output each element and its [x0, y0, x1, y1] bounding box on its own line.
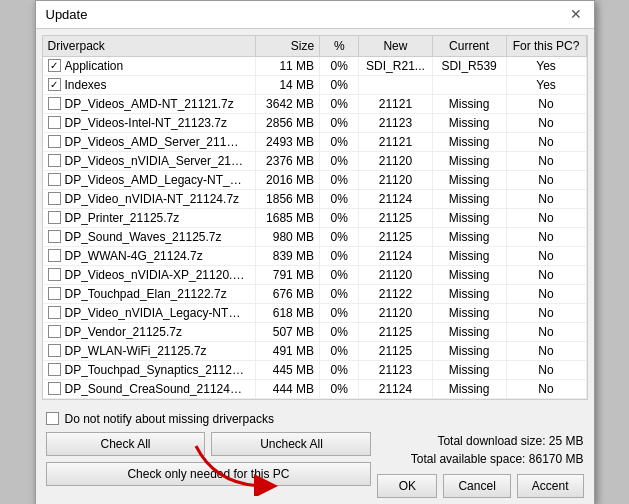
- col-header-current: Current: [432, 36, 506, 57]
- row-checkbox[interactable]: [48, 363, 61, 376]
- row-checkbox[interactable]: [48, 154, 61, 167]
- row-current: Missing: [432, 265, 506, 284]
- row-current: Missing: [432, 132, 506, 151]
- total-available-text: Total available space: 86170 MB: [411, 452, 584, 466]
- row-size: 791 MB: [256, 265, 320, 284]
- table-row: DP_Videos_AMD-NT_21121.7z3642 MB0%21121M…: [43, 94, 587, 113]
- row-pct: 0%: [320, 379, 359, 398]
- row-checkbox[interactable]: [48, 173, 61, 186]
- row-for_pc: Yes: [506, 75, 586, 94]
- table-row: DP_Videos_nVIDIA_Server_21120.7z2376 MB0…: [43, 151, 587, 170]
- row-name-cell: DP_Video_nVIDIA_Legacy-NT_21...: [43, 303, 256, 322]
- row-for_pc: No: [506, 379, 586, 398]
- check-needed-button[interactable]: Check only needed for this PC: [46, 462, 372, 486]
- row-for_pc: No: [506, 360, 586, 379]
- check-all-button[interactable]: Check All: [46, 432, 206, 456]
- row-checkbox[interactable]: [48, 230, 61, 243]
- row-checkbox[interactable]: [48, 97, 61, 110]
- row-size: 980 MB: [256, 227, 320, 246]
- row-new: 21122: [359, 284, 432, 303]
- row-name: DP_WWAN-4G_21124.7z: [65, 249, 203, 263]
- row-name: DP_Printer_21125.7z: [65, 211, 180, 225]
- row-pct: 0%: [320, 189, 359, 208]
- row-checkbox[interactable]: [48, 249, 61, 262]
- row-for_pc: No: [506, 208, 586, 227]
- table-row: DP_WWAN-4G_21124.7z839 MB0%21124MissingN…: [43, 246, 587, 265]
- row-checkbox[interactable]: [48, 287, 61, 300]
- update-dialog: Update ✕ Driverpack Size % New Current F…: [35, 0, 595, 504]
- row-new: 21125: [359, 341, 432, 360]
- ok-button[interactable]: OK: [377, 474, 437, 498]
- row-for_pc: No: [506, 227, 586, 246]
- row-size: 2856 MB: [256, 113, 320, 132]
- table-row: DP_Touchpad_Elan_21122.7z676 MB0%21122Mi…: [43, 284, 587, 303]
- row-new: 21121: [359, 94, 432, 113]
- row-name-cell: DP_Videos_nVIDIA_Server_21120.7z: [43, 151, 256, 170]
- row-name-cell: DP_WLAN-WiFi_21125.7z: [43, 341, 256, 360]
- row-name-cell: DP_WWAN-4G_21124.7z: [43, 246, 256, 265]
- row-new: 21125: [359, 227, 432, 246]
- row-pct: 0%: [320, 284, 359, 303]
- accent-button[interactable]: Accent: [517, 474, 584, 498]
- row-for_pc: No: [506, 151, 586, 170]
- notify-checkbox[interactable]: [46, 412, 59, 425]
- total-download-text: Total download size: 25 MB: [437, 434, 583, 448]
- row-current: Missing: [432, 113, 506, 132]
- row-size: 11 MB: [256, 56, 320, 75]
- row-name: DP_Sound_Waves_21125.7z: [65, 230, 222, 244]
- row-name-cell: DP_Touchpad_Elan_21122.7z: [43, 284, 256, 303]
- row-size: 2016 MB: [256, 170, 320, 189]
- row-current: Missing: [432, 322, 506, 341]
- driverpack-table-container: Driverpack Size % New Current For this P…: [42, 35, 588, 400]
- row-checkbox[interactable]: [48, 211, 61, 224]
- check-uncheck-row: Check All Uncheck All: [46, 432, 372, 456]
- notify-label: Do not notify about missing driverpacks: [65, 412, 274, 426]
- row-checkbox[interactable]: [48, 325, 61, 338]
- row-current: Missing: [432, 379, 506, 398]
- row-new: 21124: [359, 189, 432, 208]
- uncheck-all-button[interactable]: Uncheck All: [211, 432, 371, 456]
- row-new: SDI_R21...: [359, 56, 432, 75]
- row-checkbox[interactable]: [48, 268, 61, 281]
- row-checkbox[interactable]: [48, 382, 61, 395]
- row-current: Missing: [432, 341, 506, 360]
- row-checkbox[interactable]: [48, 59, 61, 72]
- row-name: DP_Vendor_21125.7z: [65, 325, 182, 339]
- row-pct: 0%: [320, 360, 359, 379]
- row-size: 444 MB: [256, 379, 320, 398]
- row-name: Indexes: [65, 78, 107, 92]
- row-size: 839 MB: [256, 246, 320, 265]
- row-current: Missing: [432, 360, 506, 379]
- row-new: 21120: [359, 303, 432, 322]
- check-needed-row: Check only needed for this PC: [46, 462, 372, 486]
- cancel-button[interactable]: Cancel: [443, 474, 510, 498]
- row-name: DP_Videos-Intel-NT_21123.7z: [65, 116, 228, 130]
- row-checkbox[interactable]: [48, 78, 61, 91]
- row-name-cell: DP_Printer_21125.7z: [43, 208, 256, 227]
- row-size: 618 MB: [256, 303, 320, 322]
- row-checkbox[interactable]: [48, 344, 61, 357]
- row-size: 14 MB: [256, 75, 320, 94]
- row-pct: 0%: [320, 341, 359, 360]
- row-checkbox[interactable]: [48, 306, 61, 319]
- row-pct: 0%: [320, 132, 359, 151]
- row-size: 3642 MB: [256, 94, 320, 113]
- row-for_pc: No: [506, 246, 586, 265]
- row-for_pc: No: [506, 303, 586, 322]
- row-checkbox[interactable]: [48, 192, 61, 205]
- row-name-cell: DP_Sound_Waves_21125.7z: [43, 227, 256, 246]
- table-row: Application11 MB0%SDI_R21...SDI_R539Yes: [43, 56, 587, 75]
- close-button[interactable]: ✕: [568, 7, 584, 21]
- row-size: 445 MB: [256, 360, 320, 379]
- row-checkbox[interactable]: [48, 116, 61, 129]
- row-name: DP_Videos_AMD_Server_21121.7z: [65, 135, 245, 149]
- row-pct: 0%: [320, 56, 359, 75]
- row-for_pc: Yes: [506, 56, 586, 75]
- table-row: DP_Videos_AMD_Legacy-NT_21120.7z2016 MB0…: [43, 170, 587, 189]
- row-name: DP_Videos_AMD-NT_21121.7z: [65, 97, 234, 111]
- row-name-cell: DP_Videos_AMD-NT_21121.7z: [43, 94, 256, 113]
- row-size: 1685 MB: [256, 208, 320, 227]
- table-row: DP_Videos_nVIDIA-XP_21120.7z791 MB0%2112…: [43, 265, 587, 284]
- col-header-forpc: For this PC?: [506, 36, 586, 57]
- row-checkbox[interactable]: [48, 135, 61, 148]
